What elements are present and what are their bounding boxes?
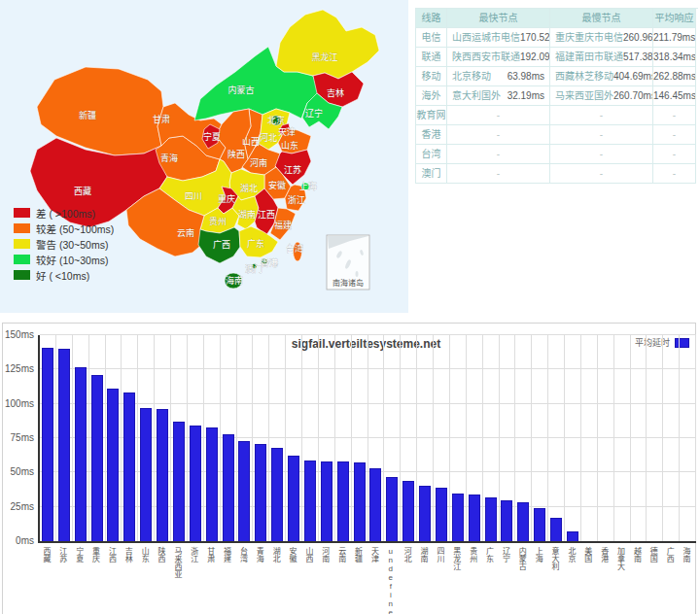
bar-slot	[253, 335, 269, 541]
bar[interactable]	[271, 448, 283, 541]
bar-slot	[581, 335, 598, 541]
bar[interactable]	[321, 461, 332, 541]
table-row: 香港---	[416, 125, 698, 145]
province-label-heilongjiang: 黑龙江	[311, 51, 337, 62]
x-axis-label: 内蒙古	[513, 547, 530, 614]
legend-label: 差 ( >100ms)	[36, 206, 95, 221]
table-row: 联通陕西西安市联通192.09ms福建莆田市联通517.38ms318.34ms	[416, 48, 698, 67]
x-axis-label: 台湾	[235, 547, 252, 614]
x-axis-label-text: 辽宁	[501, 547, 509, 614]
bar[interactable]	[534, 508, 545, 541]
bar[interactable]	[354, 462, 366, 541]
x-axis-label: 新疆	[350, 547, 367, 614]
table-header-row: 线路最快节点最慢节点平均响应	[416, 9, 698, 28]
province-label-guangdong: 广东	[247, 238, 264, 249]
x-axis-label-text: 江西	[107, 547, 116, 614]
province-label-guizhou: 贵州	[209, 216, 227, 226]
x-axis-label-text: 安徽	[288, 547, 297, 614]
bar[interactable]	[369, 468, 381, 541]
fast-node-cell: 陕西西安市联通192.09ms	[447, 48, 550, 67]
line-cell: 教育网	[416, 106, 447, 125]
bar[interactable]	[485, 497, 497, 541]
node-latency: 170.52ms	[520, 28, 550, 47]
bar[interactable]	[550, 518, 562, 541]
province-label-qinghai: 青海	[160, 153, 178, 163]
x-axis-label-text: 广西	[665, 547, 674, 614]
province-label-guangxi: 广西	[213, 239, 230, 250]
province-label-zhejiang: 浙江	[288, 194, 305, 205]
province-label-beijing: 北京	[267, 115, 285, 125]
bar[interactable]	[206, 427, 218, 541]
map-legend-item: 较差 (50~100ms)	[14, 222, 114, 235]
bar[interactable]	[173, 422, 185, 541]
x-axis-label: 广东	[481, 547, 498, 614]
bar[interactable]	[107, 389, 119, 541]
legend-label: 较差 (50~100ms)	[36, 222, 114, 236]
latency-summary-table: 线路最快节点最慢节点平均响应 电信山西运城市电信170.52ms重庆重庆市电信2…	[415, 8, 698, 184]
bar[interactable]	[157, 409, 168, 541]
bar[interactable]	[337, 461, 349, 541]
bar[interactable]	[123, 392, 135, 541]
bar[interactable]	[304, 460, 316, 541]
bar-slot	[302, 335, 319, 541]
bar[interactable]	[517, 502, 529, 541]
bar[interactable]	[140, 408, 152, 541]
x-axis-label-text: 新疆	[354, 547, 363, 614]
bar[interactable]	[419, 486, 431, 541]
bar[interactable]	[402, 481, 414, 541]
bar-slot	[155, 335, 171, 541]
x-axis-label-text: undefined	[386, 547, 395, 614]
bar-slot	[368, 335, 385, 541]
bar[interactable]	[436, 488, 447, 541]
x-axis-label-text: 河北	[402, 547, 411, 614]
bar-slot	[286, 335, 302, 541]
empty-value: -	[452, 106, 544, 124]
avg-cell: -	[653, 164, 696, 184]
bar[interactable]	[58, 349, 70, 541]
bar[interactable]	[452, 494, 464, 541]
bar[interactable]	[469, 495, 480, 541]
node-name: 陕西西安市联通	[452, 48, 520, 66]
x-axis-label: 西藏	[38, 547, 54, 614]
x-axis-label: 云南	[333, 547, 350, 614]
table-body: 电信山西运城市电信170.52ms重庆重庆市电信260.96ms211.79ms…	[416, 28, 698, 184]
province-label-xinjiang: 新疆	[79, 110, 96, 120]
node-latency: 404.69ms	[613, 67, 653, 85]
chart-x-axis-labels: 西藏江苏宁夏重庆江西吉林山东陕西马来西亚浙江甘肃福建台湾青海湖北安徽山西河南云南…	[38, 547, 694, 614]
node-name: 重庆重庆市电信	[555, 28, 623, 47]
bar[interactable]	[190, 426, 201, 541]
bar[interactable]	[91, 375, 103, 541]
bar-slot	[483, 335, 500, 541]
node-latency: 517.38ms	[623, 48, 653, 66]
fast-node-cell: -	[447, 106, 550, 125]
x-axis-label: 广西	[661, 547, 678, 614]
bar[interactable]	[501, 500, 512, 541]
node-latency: 260.96ms	[623, 28, 653, 47]
node-name: 意大利国外	[452, 86, 501, 105]
y-axis-label: 0ms	[5, 535, 34, 546]
province-label-gansu: 甘肃	[153, 114, 170, 124]
empty-value: -	[452, 164, 544, 183]
bar[interactable]	[255, 444, 266, 541]
bar[interactable]	[223, 434, 234, 541]
bar-slot	[319, 335, 335, 541]
x-axis-label-text: 德国	[648, 547, 657, 614]
bar[interactable]	[238, 441, 250, 541]
legend-label: 较好 (10~30ms)	[36, 253, 108, 267]
empty-value: -	[555, 106, 648, 124]
bar-slot	[500, 335, 516, 541]
bar[interactable]	[567, 531, 578, 541]
province-label-neimenggu: 内蒙古	[228, 85, 254, 95]
bar[interactable]	[75, 367, 87, 541]
bar[interactable]	[288, 456, 299, 541]
province-label-ningxia: 宁夏	[203, 131, 221, 142]
province-heilongjiang[interactable]	[276, 10, 379, 79]
x-axis-label-text: 吉林	[123, 547, 132, 614]
x-axis-label-text: 四川	[436, 547, 444, 614]
bar[interactable]	[386, 477, 398, 541]
slow-node-cell: -	[550, 125, 653, 145]
line-cell: 澳门	[416, 164, 447, 184]
line-cell: 台湾	[416, 145, 447, 164]
legend-label: 好 ( <10ms)	[36, 268, 89, 283]
bar[interactable]	[42, 348, 53, 541]
